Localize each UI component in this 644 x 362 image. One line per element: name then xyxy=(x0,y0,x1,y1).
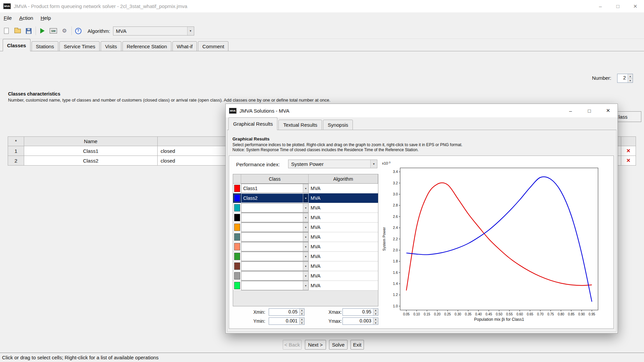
delete-class-button[interactable]: ✕ xyxy=(621,146,636,156)
spin-down-icon[interactable]: ▼ xyxy=(373,312,378,316)
spin-down-icon[interactable]: ▼ xyxy=(628,78,633,82)
plot-row-6[interactable]: ▼MVA xyxy=(233,232,378,242)
solve-toolbar-button[interactable] xyxy=(38,26,47,36)
dialog-close-button[interactable]: ✕ xyxy=(599,104,618,117)
spin-down-icon[interactable]: ▼ xyxy=(373,321,378,325)
spin-up-icon[interactable]: ▲ xyxy=(628,74,633,78)
dialog-maximize-button[interactable]: □ xyxy=(580,104,599,117)
spin-up-icon[interactable]: ▲ xyxy=(373,309,378,312)
algorithm-cell[interactable]: MVA xyxy=(309,281,378,290)
minimize-button[interactable]: – xyxy=(592,0,609,12)
tab-comment[interactable]: Comment xyxy=(198,41,228,51)
chevron-down-icon[interactable]: ▼ xyxy=(187,27,194,35)
tab-graphical-results[interactable]: Graphical Results xyxy=(228,117,277,130)
maximize-button[interactable]: □ xyxy=(609,0,627,12)
class-combobox[interactable]: ▼ xyxy=(241,271,309,281)
performance-index-combobox[interactable]: System Power ▼ xyxy=(288,160,377,168)
save-button[interactable] xyxy=(24,26,33,36)
number-spinner[interactable]: 2 ▲ ▼ xyxy=(617,74,633,83)
number-value[interactable]: 2 xyxy=(618,74,628,82)
export-sim-button[interactable]: SIM xyxy=(49,26,58,36)
plot-row-2[interactable]: Class2▼MVA xyxy=(233,193,378,203)
plot-row-9[interactable]: ▼MVA xyxy=(233,261,378,271)
chevron-down-icon[interactable]: ▼ xyxy=(303,252,308,261)
chevron-down-icon[interactable]: ▼ xyxy=(303,272,308,280)
plot-row-10[interactable]: ▼MVA xyxy=(233,271,378,281)
class-combobox[interactable]: ▼ xyxy=(241,252,309,261)
plot-row-1[interactable]: Class1▼MVA xyxy=(233,184,378,193)
randomize-button[interactable]: ⚙ xyxy=(60,26,69,36)
next-button[interactable]: Next > xyxy=(305,340,326,350)
class-name-cell[interactable]: Class1 xyxy=(24,146,158,156)
tab-textual-results[interactable]: Textual Results xyxy=(278,120,322,130)
spin-up-icon[interactable]: ▲ xyxy=(373,318,378,321)
ymax-value[interactable]: 0.003 xyxy=(343,318,373,324)
algorithm-cell[interactable]: MVA xyxy=(309,223,378,232)
tab-what-if[interactable]: What-if xyxy=(172,41,197,51)
back-button[interactable]: < Back xyxy=(283,340,302,350)
close-button[interactable]: ✕ xyxy=(627,0,644,12)
chevron-down-icon[interactable]: ▼ xyxy=(303,213,308,222)
help-button[interactable]: ? xyxy=(73,26,83,36)
class-combobox[interactable]: ▼ xyxy=(241,281,309,290)
algorithm-cell[interactable]: MVA xyxy=(309,232,378,242)
row-number-cell[interactable]: 2 xyxy=(8,156,24,166)
ymax-spinner[interactable]: 0.003 ▲▼ xyxy=(342,317,378,325)
algorithm-cell[interactable]: MVA xyxy=(309,193,378,203)
menu-help[interactable]: Help xyxy=(37,15,55,21)
chevron-down-icon[interactable]: ▼ xyxy=(303,194,308,202)
chevron-down-icon[interactable]: ▼ xyxy=(303,242,308,251)
chevron-down-icon[interactable]: ▼ xyxy=(303,233,308,241)
chevron-down-icon[interactable]: ▼ xyxy=(303,203,308,212)
class-combobox[interactable]: ▼ xyxy=(241,261,309,271)
plot-row-4[interactable]: ▼MVA xyxy=(233,213,378,223)
plot-row-5[interactable]: ▼MVA xyxy=(233,223,378,232)
delete-icon[interactable]: ✕ xyxy=(626,148,631,154)
xmin-spinner[interactable]: 0.05 ▲▼ xyxy=(269,308,305,316)
new-file-button[interactable] xyxy=(2,26,11,36)
class-combobox[interactable]: ▼ xyxy=(241,213,309,222)
menu-file[interactable]: File xyxy=(0,15,15,21)
solve-button[interactable]: Solve xyxy=(329,340,347,350)
ymin-value[interactable]: 0.001 xyxy=(269,318,299,324)
ymin-spinner[interactable]: 0.001 ▲▼ xyxy=(269,317,305,325)
spin-down-icon[interactable]: ▼ xyxy=(300,312,304,316)
algorithm-cell[interactable]: MVA xyxy=(309,184,378,193)
results-chart[interactable]: x10-31.01.21.41.61.82.02.22.42.62.83.03.… xyxy=(381,160,613,327)
chevron-down-icon[interactable]: ▼ xyxy=(303,281,308,290)
tab-stations[interactable]: Stations xyxy=(32,41,58,51)
algorithm-cell[interactable]: MVA xyxy=(309,242,378,251)
class-combobox[interactable]: ▼ xyxy=(241,223,309,232)
chevron-down-icon[interactable]: ▼ xyxy=(303,184,308,193)
class-name-cell[interactable]: Class2 xyxy=(24,156,158,166)
plot-row-7[interactable]: ▼MVA xyxy=(233,242,378,252)
plot-row-3[interactable]: ▼MVA xyxy=(233,203,378,213)
tab-service-times[interactable]: Service Times xyxy=(59,41,100,51)
algorithm-cell[interactable]: MVA xyxy=(309,252,378,261)
class-combobox[interactable]: Class2▼ xyxy=(241,193,309,203)
spin-up-icon[interactable]: ▲ xyxy=(300,309,304,312)
delete-class-button[interactable]: ✕ xyxy=(621,156,636,166)
chevron-down-icon[interactable]: ▼ xyxy=(303,262,308,270)
spin-up-icon[interactable]: ▲ xyxy=(300,318,304,321)
algorithm-cell[interactable]: MVA xyxy=(309,261,378,271)
spin-down-icon[interactable]: ▼ xyxy=(300,321,304,325)
exit-button[interactable]: Exit xyxy=(351,340,364,350)
plot-area[interactable] xyxy=(400,168,598,310)
xmin-value[interactable]: 0.05 xyxy=(269,309,299,315)
tab-visits[interactable]: Visits xyxy=(101,41,121,51)
algorithm-cell[interactable]: MVA xyxy=(309,271,378,281)
plot-row-11[interactable]: ▼MVA xyxy=(233,281,378,291)
class-combobox[interactable]: ▼ xyxy=(241,242,309,251)
row-number-cell[interactable]: 1 xyxy=(8,146,24,156)
chevron-down-icon[interactable]: ▼ xyxy=(303,223,308,232)
class-combobox[interactable]: ▼ xyxy=(241,232,309,242)
xmax-spinner[interactable]: 0.95 ▲▼ xyxy=(342,308,378,316)
chevron-down-icon[interactable]: ▼ xyxy=(370,160,377,168)
tab-classes[interactable]: Classes xyxy=(3,39,31,51)
algorithm-cell[interactable]: MVA xyxy=(309,213,378,222)
delete-icon[interactable]: ✕ xyxy=(626,158,631,164)
open-file-button[interactable] xyxy=(13,26,22,36)
algorithm-combobox[interactable]: MVA ▼ xyxy=(113,26,194,36)
tab-synopsis[interactable]: Synopsis xyxy=(323,120,353,130)
